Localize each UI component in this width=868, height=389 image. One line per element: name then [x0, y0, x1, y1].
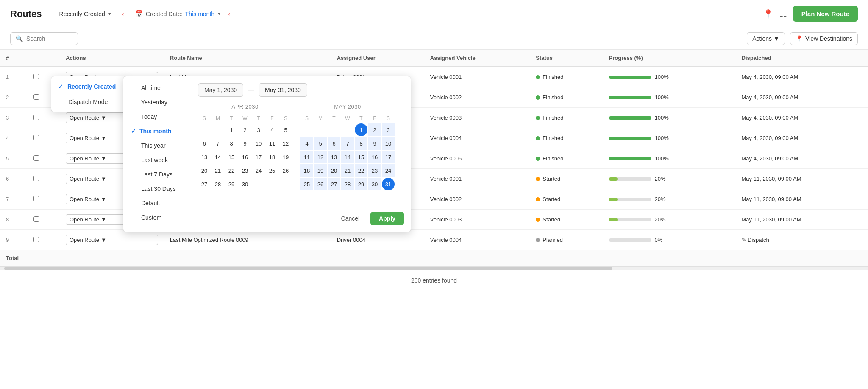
cal-day-may-27[interactable]: 27 [328, 178, 340, 190]
cal-day-may-18[interactable]: 18 [300, 164, 313, 177]
cal-day-may-6[interactable]: 6 [328, 137, 340, 150]
cal-day-apr-4[interactable]: 4 [266, 123, 278, 136]
cal-day-apr-7[interactable]: 7 [211, 137, 224, 150]
date-option-default[interactable]: Default [123, 196, 191, 210]
cal-day-apr-9[interactable]: 9 [239, 137, 251, 150]
view-destinations-button[interactable]: 📍 View Destinations [790, 32, 858, 45]
end-date-input[interactable]: May 31, 2030 [259, 83, 307, 97]
cal-day-may-4[interactable]: 4 [300, 137, 313, 150]
cal-day-may-3[interactable]: 3 [382, 123, 395, 136]
cal-day-apr-30[interactable]: 30 [239, 178, 251, 190]
cal-day-may-17[interactable]: 17 [382, 151, 395, 163]
cal-day-apr-3[interactable]: 3 [252, 123, 265, 136]
location-icon[interactable]: 📍 [763, 9, 773, 19]
cell-checkbox[interactable] [28, 169, 60, 189]
cal-day-apr-12[interactable]: 12 [279, 137, 292, 150]
cal-day-apr-1[interactable]: 1 [225, 123, 238, 136]
date-option-last-week[interactable]: Last week [123, 153, 191, 167]
cal-day-apr-20[interactable]: 20 [198, 164, 211, 177]
cal-day-apr-10[interactable]: 10 [252, 137, 265, 150]
sort-button[interactable]: Recently Created ▼ [56, 9, 115, 19]
cal-day-apr-15[interactable]: 15 [225, 151, 238, 163]
cal-day-apr-27[interactable]: 27 [198, 178, 211, 190]
grid-icon[interactable]: ☷ [779, 9, 787, 19]
cal-day-may-10[interactable]: 10 [382, 137, 395, 150]
cal-day-apr-24[interactable]: 24 [252, 164, 265, 177]
cal-day-may-7[interactable]: 7 [341, 137, 354, 150]
table-row: 9 Open Route ▼ Last Mile Optimized Route… [0, 230, 868, 250]
date-option-custom[interactable]: Custom [123, 210, 191, 225]
cal-day-may-20[interactable]: 20 [328, 164, 340, 177]
cal-day-may-14[interactable]: 14 [341, 151, 354, 163]
cal-day-may-26[interactable]: 26 [314, 178, 327, 190]
actions-button[interactable]: Actions ▼ [747, 32, 785, 45]
cal-day-apr-29[interactable]: 29 [225, 178, 238, 190]
sort-option-dispatch-mode[interactable]: Dispatch Mode [51, 94, 127, 109]
cal-day-apr-8[interactable]: 8 [225, 137, 238, 150]
cell-checkbox[interactable] [28, 128, 60, 148]
cal-day-may-13[interactable]: 13 [328, 151, 340, 163]
cal-day-apr-22[interactable]: 22 [225, 164, 238, 177]
cal-day-may-12[interactable]: 12 [314, 151, 327, 163]
cal-day-may-2[interactable]: 2 [368, 123, 381, 136]
cal-day-apr-16[interactable]: 16 [239, 151, 251, 163]
cal-day-apr-21[interactable]: 21 [211, 164, 224, 177]
date-option-this-year[interactable]: This year [123, 138, 191, 153]
cal-day-apr-13[interactable]: 13 [198, 151, 211, 163]
progress-value: 0% [655, 237, 663, 243]
scrollbar-thumb[interactable] [4, 267, 612, 270]
route-type-label: Open Route [70, 176, 99, 182]
cal-day-may-21[interactable]: 21 [341, 164, 354, 177]
date-option-today[interactable]: Today [123, 109, 191, 124]
cell-checkbox[interactable] [28, 210, 60, 230]
cal-day-may-15[interactable]: 15 [355, 151, 367, 163]
search-box[interactable]: 🔍 [10, 32, 78, 45]
cal-day-apr-6[interactable]: 6 [198, 137, 211, 150]
cal-day-may-16[interactable]: 16 [368, 151, 381, 163]
cal-day-apr-18[interactable]: 18 [266, 151, 278, 163]
search-input[interactable] [26, 35, 69, 42]
scrollbar-area[interactable] [0, 266, 868, 270]
cell-num: 8 [0, 210, 28, 230]
date-option-this-month[interactable]: ✓ This month [123, 124, 191, 138]
cal-day-may-30[interactable]: 30 [368, 178, 381, 190]
cal-day-apr-11[interactable]: 11 [266, 137, 278, 150]
cal-day-may-9[interactable]: 9 [368, 137, 381, 150]
cal-day-may-5[interactable]: 5 [314, 137, 327, 150]
cal-day-apr-19[interactable]: 19 [279, 151, 292, 163]
cell-checkbox[interactable] [28, 230, 60, 250]
calendar-apply-button[interactable]: Apply [370, 212, 404, 225]
calendar-cancel-button[interactable]: Cancel [334, 212, 367, 225]
cal-day-may-8[interactable]: 8 [355, 137, 367, 150]
cell-checkbox[interactable] [28, 148, 60, 169]
cal-day-apr-28[interactable]: 28 [211, 178, 224, 190]
date-filter-button[interactable]: 📅 Created Date: This month ▼ [135, 10, 221, 18]
cal-day-apr-26[interactable]: 26 [279, 164, 292, 177]
cell-checkbox[interactable] [28, 189, 60, 210]
plan-new-route-button[interactable]: Plan New Route [793, 6, 858, 22]
cal-day-apr-2[interactable]: 2 [239, 123, 251, 136]
cal-day-may-28[interactable]: 28 [341, 178, 354, 190]
date-option-last-7-days[interactable]: Last 7 Days [123, 167, 191, 182]
cal-day-apr-14[interactable]: 14 [211, 151, 224, 163]
date-option-last-30-days[interactable]: Last 30 Days [123, 182, 191, 196]
cal-day-apr-5[interactable]: 5 [279, 123, 292, 136]
cal-day-apr-25[interactable]: 25 [266, 164, 278, 177]
cal-day-apr-17[interactable]: 17 [252, 151, 265, 163]
cal-day-apr-23[interactable]: 23 [239, 164, 251, 177]
cal-day-may-1[interactable]: 1 [355, 123, 367, 136]
cal-day-may-24[interactable]: 24 [382, 164, 395, 177]
date-option-all-time[interactable]: All time [123, 81, 191, 95]
date-option-yesterday[interactable]: Yesterday [123, 95, 191, 109]
route-type-select[interactable]: Open Route ▼ [66, 235, 158, 245]
cal-day-may-29[interactable]: 29 [355, 178, 367, 190]
cal-day-may-31[interactable]: 31 [382, 178, 395, 190]
cal-day-may-22[interactable]: 22 [355, 164, 367, 177]
cal-day-may-25[interactable]: 25 [300, 178, 313, 190]
cal-day-may-11[interactable]: 11 [300, 151, 313, 163]
cell-actions[interactable]: Open Route ▼ [60, 230, 164, 250]
start-date-input[interactable]: May 1, 2030 [198, 83, 243, 97]
sort-option-recently-created[interactable]: ✓ Recently Created [51, 79, 127, 94]
cal-day-may-23[interactable]: 23 [368, 164, 381, 177]
cal-day-may-19[interactable]: 19 [314, 164, 327, 177]
